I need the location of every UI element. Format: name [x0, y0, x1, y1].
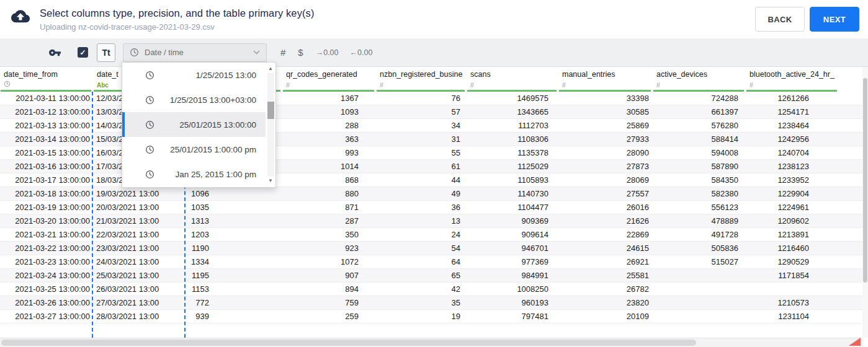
dropdown-scroll-track[interactable] [267, 73, 274, 177]
column-header-bluetooth_active_24_hr_[interactable]: bluetooth_active_24_hr_# [746, 67, 839, 92]
column-header-qr_codes_generated[interactable]: qr_codes_generated# [282, 67, 376, 92]
include-column-checkbox[interactable]: ✓ [78, 47, 88, 58]
horizontal-scroll-thumb[interactable] [1, 340, 696, 346]
date-format-option[interactable]: Jan 25, 2015 1:00 pm [122, 162, 266, 187]
scroll-up-icon[interactable]: ▲ [268, 64, 273, 73]
table-cell: 35 [376, 296, 467, 309]
table-cell: 1072 [282, 255, 376, 268]
column-header-label: active_devices [656, 70, 746, 79]
table-cell: 759 [282, 296, 376, 309]
column-header-label: bluetooth_active_24_hr_ [749, 70, 839, 79]
date-format-dropdown: 1/25/2015 13:001/25/2015 13:00+03:0025/0… [122, 62, 276, 188]
column-header-active_devices[interactable]: active_devices# [653, 67, 746, 92]
table-cell: 363 [282, 133, 376, 146]
format-option-list: 1/25/2015 13:001/25/2015 13:00+03:0025/0… [122, 63, 266, 187]
dropdown-scroll-thumb[interactable] [267, 102, 274, 119]
table-cell: 27557 [558, 187, 653, 200]
table-cell: 880 [282, 187, 376, 200]
table-cell: 1171854 [746, 269, 839, 282]
table-cell: 23820 [558, 296, 653, 309]
table-cell: 1233952 [746, 174, 839, 187]
table-cell: 22869 [558, 228, 653, 241]
column-header-label: date_time_from [4, 70, 93, 79]
overflow-corner-marker [849, 338, 861, 346]
table-cell: 64 [376, 255, 467, 268]
dropdown-scrollbar[interactable]: ▲ ▼ [266, 63, 275, 187]
table-cell: 1210573 [746, 296, 839, 309]
column-header-manual_entries[interactable]: manual_entries# [558, 67, 653, 92]
table-cell: 57 [376, 105, 467, 118]
table-cell: 27873 [558, 160, 653, 173]
table-cell: 478889 [653, 214, 746, 227]
column-type-select[interactable]: Date / time [123, 43, 267, 62]
table-cell: 1229904 [746, 187, 839, 200]
table-cell: 61 [376, 160, 467, 173]
vertical-scrollbar[interactable] [862, 67, 868, 338]
column-header-label: scans [470, 70, 558, 79]
table-cell: 556123 [653, 201, 746, 214]
text-type-indicator: Abc [97, 82, 109, 89]
date-format-option[interactable]: 1/25/2015 13:00+03:00 [122, 87, 266, 112]
column-header-date_time_from[interactable]: date_time_from [0, 67, 93, 92]
table-cell: 1105893 [467, 174, 558, 187]
table-cell: 2021-03-24 13:00:00 [0, 269, 93, 282]
table-cell: 287 [282, 214, 376, 227]
table-cell: 33398 [558, 92, 653, 105]
currency-type-button[interactable]: $ [298, 47, 303, 58]
table-cell: 21/03/2021 13:00 [93, 214, 186, 227]
column-header-scans[interactable]: scans# [467, 67, 558, 92]
table-cell: 34 [376, 119, 467, 132]
table-cell: 26016 [558, 201, 653, 214]
column-quality-bar [377, 90, 465, 92]
date-format-option[interactable]: 25/01/2015 1:00:00 pm [122, 137, 266, 162]
scroll-down-icon[interactable]: ▼ [268, 177, 273, 185]
csv-upload-wizard: Select columns type, precision, and the … [0, 0, 868, 347]
clock-icon [145, 120, 154, 130]
date-format-option[interactable]: 25/01/2015 13:00:00 [122, 112, 266, 137]
table-cell: 1231104 [746, 310, 839, 323]
table-cell: 2021-03-19 13:00:00 [0, 201, 93, 214]
table-cell: 27933 [558, 133, 653, 146]
horizontal-scrollbar[interactable] [0, 338, 862, 347]
type-select-value: Date / time [145, 48, 253, 57]
table-cell: 22/03/2021 13:00 [93, 228, 186, 241]
table-cell: 2021-03-12 13:00:00 [0, 105, 93, 118]
increase-precision-button[interactable]: →0.00 [316, 48, 339, 57]
table-cell: 2021-03-23 13:00:00 [0, 255, 93, 268]
table-cell: 30585 [558, 105, 653, 118]
table-cell: 28090 [558, 146, 653, 159]
table-cell: 2021-03-21 13:00:00 [0, 228, 93, 241]
back-button[interactable]: BACK [755, 7, 805, 32]
table-cell: 28069 [558, 174, 653, 187]
table-cell: 984991 [467, 269, 558, 282]
table-cell: 960193 [467, 296, 558, 309]
table-cell: 939 [186, 310, 282, 323]
selected-column-border-left [92, 92, 93, 338]
vertical-scroll-thumb[interactable] [863, 78, 867, 283]
column-header-nzbn_registered_busine[interactable]: nzbn_registered_busine# [376, 67, 467, 92]
table-cell: 1261266 [746, 92, 839, 105]
table-cell: 1035 [186, 201, 282, 214]
table-cell: 54 [376, 242, 467, 255]
next-button[interactable]: NEXT [810, 7, 859, 32]
clock-type-icon [4, 81, 11, 87]
column-quality-bar [559, 90, 651, 92]
decrease-precision-button[interactable]: ←0.00 [350, 48, 373, 57]
clock-icon [130, 48, 139, 57]
table-cell: 1224961 [746, 201, 839, 214]
text-type-button[interactable]: Tt [97, 43, 115, 62]
table-row: 2021-03-20 13:00:0021/03/2021 13:0013132… [0, 214, 862, 228]
table-cell: 505836 [653, 242, 746, 255]
table-cell: 946701 [467, 242, 558, 255]
primary-key-icon[interactable] [48, 49, 61, 56]
table-cell [653, 310, 746, 323]
table-cell: 1242956 [746, 133, 839, 146]
format-option-label: Jan 25, 2015 1:00 pm [159, 170, 256, 179]
table-cell: 1140730 [467, 187, 558, 200]
table-cell: 1135378 [467, 146, 558, 159]
table-cell: 36 [376, 201, 467, 214]
date-format-option[interactable]: 1/25/2015 13:00 [122, 63, 266, 87]
format-option-label: 1/25/2015 13:00 [159, 71, 256, 80]
table-cell: 31 [376, 133, 467, 146]
integer-type-button[interactable]: # [280, 47, 285, 58]
